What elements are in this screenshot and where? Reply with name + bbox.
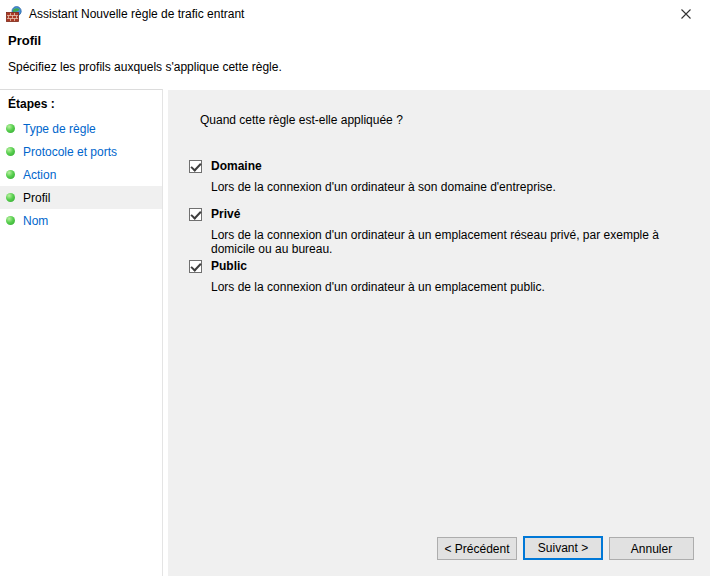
- close-icon: [680, 8, 692, 20]
- checkbox-domaine-label[interactable]: Domaine: [211, 159, 262, 173]
- checkbox-public[interactable]: [189, 260, 202, 273]
- sidebar-item-protocole-et-ports: Protocole et ports: [0, 140, 162, 163]
- step-label: Nom: [23, 214, 48, 228]
- sidebar-item-action: Action: [0, 163, 162, 186]
- next-button[interactable]: Suivant >: [523, 536, 603, 560]
- title-bar[interactable]: Assistant Nouvelle règle de trafic entra…: [0, 0, 710, 28]
- window-title: Assistant Nouvelle règle de trafic entra…: [29, 7, 244, 21]
- option-public: Public Lors de la connexion d'un ordinat…: [189, 259, 694, 294]
- checkbox-domaine[interactable]: [189, 160, 202, 173]
- step-bullet-icon: [6, 124, 15, 133]
- checkbox-prive-description: Lors de la connexion d'un ordinateur à u…: [211, 228, 689, 256]
- previous-button[interactable]: < Précédent: [437, 537, 517, 560]
- checkbox-domaine-description: Lors de la connexion d'un ordinateur à s…: [211, 180, 689, 194]
- steps-heading: Étapes :: [8, 97, 55, 111]
- checkbox-public-label[interactable]: Public: [211, 259, 247, 273]
- close-button[interactable]: [664, 0, 708, 28]
- step-bullet-icon: [6, 170, 15, 179]
- step-bullet-icon: [6, 193, 15, 202]
- wizard-dialog: Assistant Nouvelle règle de trafic entra…: [0, 0, 710, 576]
- page-title: Profil: [8, 33, 41, 48]
- checkbox-prive[interactable]: [189, 208, 202, 221]
- step-bullet-icon: [6, 216, 15, 225]
- step-label: Profil: [23, 191, 50, 205]
- step-bullet-icon: [6, 147, 15, 156]
- page-subtitle: Spécifiez les profils auxquels s'appliqu…: [8, 60, 282, 74]
- option-prive: Privé Lors de la connexion d'un ordinate…: [189, 207, 694, 256]
- checkbox-public-description: Lors de la connexion d'un ordinateur à u…: [211, 280, 689, 294]
- step-label: Action: [23, 168, 56, 182]
- steps-sidebar: Étapes : Type de règle Protocole et port…: [0, 89, 163, 576]
- sidebar-item-profil: Profil: [0, 186, 162, 209]
- sidebar-item-nom: Nom: [0, 209, 162, 232]
- sidebar-item-type-de-regle: Type de règle: [0, 117, 162, 140]
- option-domaine: Domaine Lors de la connexion d'un ordina…: [189, 159, 694, 194]
- question-text: Quand cette règle est-elle appliquée ?: [200, 113, 403, 127]
- step-label: Protocole et ports: [23, 145, 117, 159]
- cancel-button[interactable]: Annuler: [609, 537, 694, 560]
- firewall-icon: [6, 6, 22, 22]
- steps-list: Type de règle Protocole et ports Action …: [0, 117, 162, 232]
- checkbox-prive-label[interactable]: Privé: [211, 207, 240, 221]
- step-label: Type de règle: [23, 122, 96, 136]
